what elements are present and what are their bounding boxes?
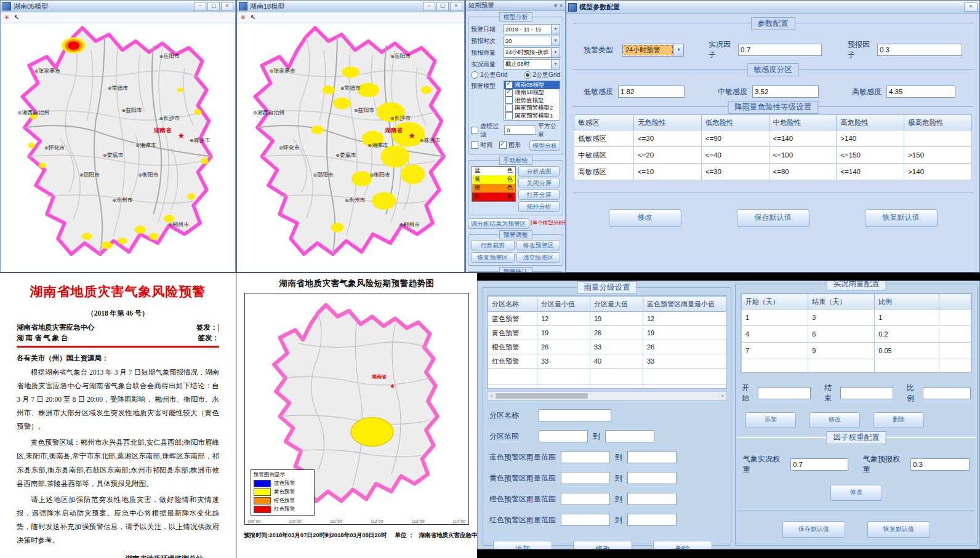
scroll-left-icon[interactable]: < <box>488 393 496 399</box>
end-input[interactable] <box>840 387 893 399</box>
save-defaults-button[interactable]: 保存默认值 <box>737 209 809 227</box>
horizontal-scrollbar[interactable]: < > <box>487 391 727 401</box>
pin-icon[interactable]: ▾ <box>554 2 557 9</box>
warning-date-select[interactable]: 2018 - 11 - 15▼ <box>504 24 560 34</box>
orange-range-max-input[interactable] <box>627 493 677 505</box>
filter-area-input[interactable] <box>504 126 536 135</box>
table-row[interactable]: 131 <box>742 309 971 326</box>
close-icon[interactable]: × <box>964 2 978 12</box>
restore-defaults-button[interactable]: 恢复默认值 <box>867 521 930 538</box>
modify-button[interactable]: 修改 <box>573 541 632 549</box>
close-split-button[interactable]: 关闭分屏 <box>518 178 560 188</box>
topology-button[interactable]: 拓扑分析 <box>518 201 560 212</box>
minimize-icon[interactable]: – <box>194 2 206 11</box>
red-range-min-input[interactable] <box>561 514 610 526</box>
table-row[interactable]: 高敏感区<=10 <=30<=80 <=140>140 <box>574 164 972 180</box>
admin-clip-button[interactable]: 行政裁剪 <box>471 240 515 250</box>
add-button[interactable]: 添加 <box>493 541 552 549</box>
map2-canvas[interactable]: ⊕岳阳市 ⊕张家界市 ⊕常德市 ⊕湘西自治州 ⊕益阳市 ⊕长沙市 湖南省 ★ ⊕… <box>237 23 464 272</box>
chevron-down-icon[interactable]: ▼ <box>551 48 560 57</box>
modify-button[interactable]: 修改 <box>609 209 681 227</box>
close-icon[interactable]: × <box>450 2 462 11</box>
save-defaults-button[interactable]: 保存默认值 <box>782 521 845 538</box>
table-row[interactable]: 蓝色预警12 1912 15 <box>488 312 728 326</box>
restore-warning-area-button[interactable]: 恢复预警区 <box>471 252 515 263</box>
scroll-thumb[interactable] <box>496 393 588 399</box>
scroll-right-icon[interactable]: > <box>718 393 726 399</box>
model-item[interactable]: 潜势值模型 <box>504 97 560 105</box>
graph-checkbox[interactable] <box>499 141 507 149</box>
table-row[interactable]: 460.2 <box>742 326 971 343</box>
table-row[interactable]: 中敏感区<=20 <=40<=100 <=150>150 <box>574 147 972 164</box>
weight-modify-button[interactable]: 修改 <box>830 485 882 501</box>
orange-range-min-input[interactable] <box>561 493 610 505</box>
actual-rain-select[interactable]: 截止08时▼ <box>504 59 560 70</box>
table-row[interactable]: 橙色预警26 3326 29 <box>488 340 728 354</box>
open-split-button[interactable]: 打开分屏 <box>518 189 560 200</box>
table-row[interactable]: 790.05 <box>742 343 971 359</box>
clear-draw-area-button[interactable]: 清空绘图区 <box>516 252 560 263</box>
add-button[interactable]: 添加 <box>745 412 796 428</box>
blue-range-min-input[interactable] <box>561 451 610 463</box>
red-range-max-input[interactable] <box>627 514 677 526</box>
color-row-blue[interactable]: 蓝色 <box>472 167 515 175</box>
forecast-time-select[interactable]: 20▼ <box>504 36 560 46</box>
color-row-orange[interactable]: 橙色 <box>472 184 515 193</box>
filter-checkbox[interactable] <box>471 127 478 134</box>
actual-table-wrap[interactable]: 开始（天）结束（天） 比例 131 460.2 790.05 <box>741 293 972 373</box>
select-cursor-icon[interactable]: ↖ <box>250 14 255 21</box>
maximize-icon[interactable]: ▢ <box>436 2 449 11</box>
restore-defaults-button[interactable]: 恢复默认值 <box>865 209 938 227</box>
chevron-down-icon[interactable]: ▼ <box>673 44 683 56</box>
grade-table-wrap[interactable]: 分区名称分区最小值 分区最大值蓝色预警区雨量最小值 蓝色预 蓝色预警12 191… <box>487 295 727 389</box>
select-cursor-icon[interactable]: ↖ <box>14 14 19 21</box>
pan-tool-icon[interactable]: ✳ <box>4 14 9 21</box>
chevron-down-icon[interactable]: ▼ <box>551 60 560 69</box>
actual-table[interactable]: 开始（天）结束（天） 比例 131 460.2 790.05 <box>741 293 971 373</box>
table-row[interactable]: 红色预警33 4033 36 <box>488 354 728 369</box>
minimize-icon[interactable]: – <box>423 2 435 11</box>
start-input[interactable] <box>758 387 811 399</box>
risk-table[interactable]: 敏感区无危险性 低危险性中危险性 高危险性极高危险性 低敏感区<=30 <=90… <box>574 114 972 180</box>
maximize-icon[interactable]: ▢ <box>207 2 220 11</box>
delete-button[interactable]: 删除 <box>874 412 924 428</box>
color-row-yellow[interactable]: 黄色 <box>472 175 515 184</box>
close-icon[interactable]: × <box>560 2 563 9</box>
modify-button[interactable]: 修改 <box>809 412 860 428</box>
dock-header[interactable]: 短期预警 ▾ × <box>466 1 565 11</box>
mid-sens-input[interactable] <box>752 86 819 98</box>
actual-factor-input[interactable] <box>738 44 822 56</box>
model-item[interactable]: 国家预警模型1 <box>504 112 560 120</box>
transfer-result-button[interactable]: 调分析结果为预警区 <box>468 218 529 229</box>
table-row[interactable]: 黄色预警19 2619 22 <box>488 326 728 340</box>
map1-titlebar[interactable]: 湖南05模型 – ▢ × <box>1 1 235 12</box>
delete-button[interactable]: 删除 <box>653 541 712 549</box>
color-row-red[interactable]: 红色 <box>472 193 515 201</box>
zone-range-min-input[interactable] <box>539 430 588 442</box>
map1-canvas[interactable]: ⊕岳阳市 ⊕张家界市 ⊕常德市 ⊕湘西自治州 ⊕益阳市 ⊕长沙市 湖南省 ★ ⊕… <box>1 23 235 272</box>
chevron-down-icon[interactable]: ▼ <box>551 36 560 46</box>
yellow-range-min-input[interactable] <box>561 472 610 484</box>
grade-table[interactable]: 分区名称分区最小值 分区最大值蓝色预警区雨量最小值 蓝色预 蓝色预警12 191… <box>488 296 727 389</box>
model-listbox[interactable]: 湖南05模型 湖南18模型 潜势值模型 国家预警模型2 国家预警模型1 <box>504 81 560 121</box>
pan-tool-icon[interactable]: ✳ <box>240 14 246 21</box>
time-checkbox[interactable] <box>471 141 478 149</box>
zone-name-input[interactable] <box>539 409 611 421</box>
yellow-range-max-input[interactable] <box>627 472 677 484</box>
zone-range-max-input[interactable] <box>605 430 654 442</box>
actual-weight-input[interactable] <box>790 458 848 471</box>
close-icon[interactable]: × <box>221 2 233 11</box>
warn-type-select[interactable]: 24小时预警 ▼ <box>622 44 684 57</box>
modify-warning-area-button[interactable]: 修改预警区 <box>516 240 560 250</box>
color-legend-list[interactable]: 蓝色 黄色 橙色 红色 <box>472 166 516 202</box>
table-row[interactable]: 低敏感区<=30 <=90<=140 >140 <box>574 130 972 147</box>
dialog-titlebar[interactable]: 模型参数配置 × <box>566 1 979 14</box>
grid-2km-radio[interactable]: 2公里Grid <box>524 71 560 79</box>
forecast-factor-input[interactable] <box>877 44 962 56</box>
model-item[interactable]: 国家预警模型2 <box>504 105 560 113</box>
forecast-rain-select[interactable]: 24小时预报-夜班▼ <box>504 47 560 58</box>
analyze-draw-button[interactable]: 分析成图 <box>518 166 560 177</box>
model-analyze-button[interactable]: 模型分析 <box>529 140 560 151</box>
model-item[interactable]: 湖南05模型 <box>504 81 560 89</box>
grid-1km-radio[interactable]: 1公里Grid <box>471 71 507 79</box>
